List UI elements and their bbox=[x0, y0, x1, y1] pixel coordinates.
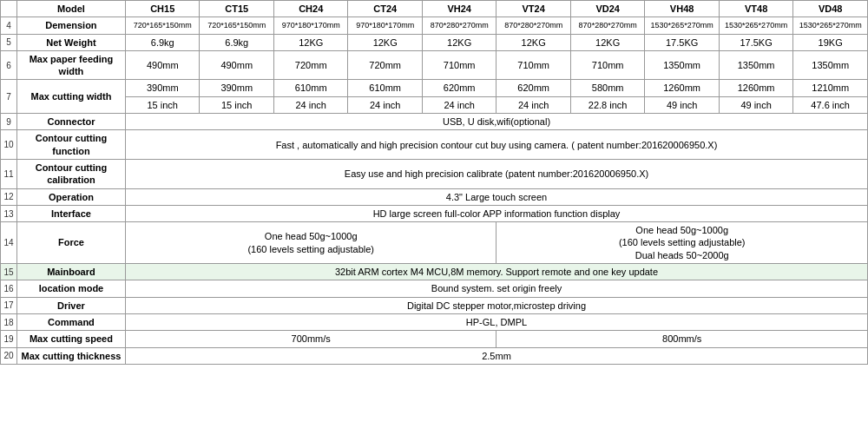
header-row: Model CH15 CT15 CH24 CT24 VH24 VT24 VD24… bbox=[1, 1, 868, 17]
cell: 870*280*270mm bbox=[570, 17, 644, 34]
row-label: Contour cutting calibration bbox=[16, 159, 125, 188]
cell: USB, U disk,wifi(optional) bbox=[126, 114, 868, 130]
cell: Fast , automatically and high precision … bbox=[126, 130, 868, 160]
cell: 1530*265*270mm bbox=[645, 17, 719, 34]
cell: 12KG bbox=[570, 34, 644, 50]
row-num: 17 bbox=[1, 297, 17, 313]
table-row: 20 Max cutting thickness 2.5mm bbox=[1, 347, 868, 364]
row-num-header bbox=[1, 1, 17, 17]
cell: 610mm bbox=[273, 80, 347, 96]
table-row: 15 Mainboard 32bit ARM cortex M4 MCU,8M … bbox=[1, 264, 868, 280]
row-num: 7 bbox=[1, 80, 17, 114]
row-label: Net Weight bbox=[16, 34, 125, 50]
cell: 970*180*170mm bbox=[348, 17, 422, 34]
col-vt48-header: VT48 bbox=[719, 1, 792, 17]
table-row: 18 Command HP-GL, DMPL bbox=[1, 313, 868, 330]
cell: 15 inch bbox=[200, 96, 273, 113]
cell: 620mm bbox=[422, 80, 496, 96]
cell: 12KG bbox=[273, 34, 347, 50]
cell: 390mm bbox=[200, 80, 273, 96]
cell: 22.8 inch bbox=[570, 96, 644, 113]
cell: 720mm bbox=[348, 50, 422, 80]
cell: HD large screen full-color APP informati… bbox=[126, 205, 868, 221]
cell: 47.6 inch bbox=[793, 96, 868, 113]
cell: Bound system. set origin freely bbox=[126, 280, 868, 297]
table-row: 6 Max paper feeding width 490mm 490mm 72… bbox=[1, 50, 868, 80]
cell: 1350mm bbox=[719, 50, 792, 80]
row-num: 11 bbox=[1, 159, 17, 188]
row-label: Max cutting thickness bbox=[16, 347, 125, 364]
cell: 620mm bbox=[496, 80, 570, 96]
row-num: 14 bbox=[1, 222, 17, 264]
cell: 490mm bbox=[200, 50, 273, 80]
cell: 12KG bbox=[496, 34, 570, 50]
table-row: 13 Interface HD large screen full-color … bbox=[1, 205, 868, 221]
cell: 580mm bbox=[570, 80, 644, 96]
cell: 870*280*270mm bbox=[496, 17, 570, 34]
cell: 4.3" Large touch screen bbox=[126, 188, 868, 205]
cell: 24 inch bbox=[422, 96, 496, 113]
row-num: 18 bbox=[1, 313, 17, 330]
table-row: 19 Max cutting speed 700mm/s 800mm/s bbox=[1, 331, 868, 347]
col-ch15-header: CH15 bbox=[126, 1, 200, 17]
cell: 490mm bbox=[126, 50, 200, 80]
row-label: Max paper feeding width bbox=[16, 50, 125, 80]
cell: 19KG bbox=[793, 34, 868, 50]
cell: 610mm bbox=[348, 80, 422, 96]
table-row: 15 inch 15 inch 24 inch 24 inch 24 inch … bbox=[1, 96, 868, 113]
cell-speed-right: 800mm/s bbox=[496, 331, 868, 347]
row-num: 6 bbox=[1, 50, 17, 80]
cell-speed-left: 700mm/s bbox=[126, 331, 496, 347]
row-num: 16 bbox=[1, 280, 17, 297]
cell: 1350mm bbox=[645, 50, 719, 80]
table-row: 4 Demension 720*165*150mm 720*165*150mm … bbox=[1, 17, 868, 34]
row-label: location mode bbox=[16, 280, 125, 297]
row-label: Mainboard bbox=[16, 264, 125, 280]
table-row: 16 location mode Bound system. set origi… bbox=[1, 280, 868, 297]
cell: 720*165*150mm bbox=[200, 17, 273, 34]
cell-force-left: One head 50g~1000g(160 levels setting ad… bbox=[126, 222, 496, 264]
row-num: 13 bbox=[1, 205, 17, 221]
table-row: 12 Operation 4.3" Large touch screen bbox=[1, 188, 868, 205]
row-label: Interface bbox=[16, 205, 125, 221]
row-num: 5 bbox=[1, 34, 17, 50]
col-vh24-header: VH24 bbox=[422, 1, 496, 17]
row-label: Connector bbox=[16, 114, 125, 130]
col-vd24-header: VD24 bbox=[570, 1, 644, 17]
cell: Digital DC stepper motor,microstep drivi… bbox=[126, 297, 868, 313]
cell: HP-GL, DMPL bbox=[126, 313, 868, 330]
row-label: Operation bbox=[16, 188, 125, 205]
row-label: Force bbox=[16, 222, 125, 264]
row-num: 10 bbox=[1, 130, 17, 160]
cell: 17.5KG bbox=[719, 34, 792, 50]
cell: 1210mm bbox=[793, 80, 868, 96]
row-num: 12 bbox=[1, 188, 17, 205]
cell: 720mm bbox=[273, 50, 347, 80]
cell: 6.9kg bbox=[126, 34, 200, 50]
row-num: 15 bbox=[1, 264, 17, 280]
row-label: Max cutting width bbox=[16, 80, 125, 114]
cell-force-right: One head 50g~1000g(160 levels setting ad… bbox=[496, 222, 868, 264]
col-vd48-header: VD48 bbox=[793, 1, 868, 17]
cell: 1260mm bbox=[645, 80, 719, 96]
cell: 1530*265*270mm bbox=[719, 17, 792, 34]
cell: 32bit ARM cortex M4 MCU,8M memory. Suppo… bbox=[126, 264, 868, 280]
cell: 710mm bbox=[422, 50, 496, 80]
spec-table: Model CH15 CT15 CH24 CT24 VH24 VT24 VD24… bbox=[0, 0, 868, 365]
cell: 970*180*170mm bbox=[273, 17, 347, 34]
row-label: Max cutting speed bbox=[16, 331, 125, 347]
cell: 2.5mm bbox=[126, 347, 868, 364]
cell: Easy use and high precision calibrate (p… bbox=[126, 159, 868, 188]
cell: 710mm bbox=[570, 50, 644, 80]
cell: 390mm bbox=[126, 80, 200, 96]
cell: 12KG bbox=[422, 34, 496, 50]
cell: 1260mm bbox=[719, 80, 792, 96]
cell: 710mm bbox=[496, 50, 570, 80]
cell: 17.5KG bbox=[645, 34, 719, 50]
cell: 24 inch bbox=[273, 96, 347, 113]
table-row: 9 Connector USB, U disk,wifi(optional) bbox=[1, 114, 868, 130]
cell: 720*165*150mm bbox=[126, 17, 200, 34]
row-label: Driver bbox=[16, 297, 125, 313]
table-row: 14 Force One head 50g~1000g(160 levels s… bbox=[1, 222, 868, 264]
cell: 1530*265*270mm bbox=[793, 17, 868, 34]
